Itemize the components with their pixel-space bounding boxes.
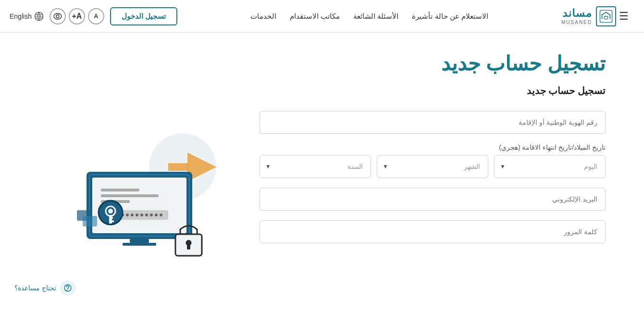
year-wrapper: السنة ▼ xyxy=(260,155,371,178)
svg-point-22 xyxy=(140,214,143,216)
date-label: تاريخ الميلاد/تاريخ انتهاء الاقامة (هجري… xyxy=(260,143,606,151)
password-input[interactable] xyxy=(260,220,606,243)
logo-box xyxy=(596,6,616,26)
day-select[interactable]: اليوم xyxy=(494,155,606,178)
language-toggle[interactable]: English xyxy=(10,12,44,21)
svg-rect-12 xyxy=(101,194,159,197)
svg-point-3 xyxy=(56,15,59,18)
svg-point-25 xyxy=(155,214,158,216)
logo-text: مساند xyxy=(562,7,592,19)
navbar-left: تسجيل الدخول A A+ English xyxy=(10,7,177,25)
svg-rect-1 xyxy=(605,16,608,19)
svg-rect-27 xyxy=(130,239,149,243)
svg-point-19 xyxy=(126,214,129,216)
navbar-center: الاستعلام عن حالة تأشيرة الأسئلة الشائعة… xyxy=(177,12,561,21)
svg-point-21 xyxy=(136,214,138,216)
svg-point-20 xyxy=(131,214,134,216)
svg-rect-37 xyxy=(109,217,113,219)
svg-point-23 xyxy=(145,214,148,216)
form-subtitle: تسجيل حساب جديد xyxy=(260,85,606,96)
svg-point-2 xyxy=(54,13,62,19)
month-wrapper: الشهر ▼ xyxy=(377,155,488,178)
registration-illustration xyxy=(48,114,240,268)
svg-rect-7 xyxy=(168,163,188,171)
nav-faq[interactable]: الأسئلة الشائعة xyxy=(353,12,398,21)
page-title: تسجيل حساب جديد xyxy=(260,52,606,75)
logo-text-area: مساند MUSANED xyxy=(561,7,592,25)
nav-recruitment[interactable]: مكاتب الاستقدام xyxy=(290,12,340,21)
svg-rect-28 xyxy=(123,243,156,246)
login-button[interactable]: تسجيل الدخول xyxy=(110,7,177,25)
navbar: ☰ مساند MUSANED الاستعلام عن حالة تأشيرة… xyxy=(0,0,644,33)
accessibility-buttons: A A+ xyxy=(50,8,104,24)
small-font-button[interactable]: A xyxy=(88,8,104,24)
svg-rect-31 xyxy=(187,245,190,250)
date-group: تاريخ الميلاد/تاريخ انتهاء الاقامة (هجري… xyxy=(260,143,606,178)
svg-point-34 xyxy=(108,209,113,214)
logo-area: مساند MUSANED xyxy=(561,6,616,26)
svg-rect-11 xyxy=(101,189,139,191)
svg-rect-39 xyxy=(83,216,97,227)
hamburger-icon[interactable]: ☰ xyxy=(619,10,629,23)
help-button[interactable]: تحتاج مساعدة؟ xyxy=(14,280,75,296)
nav-services[interactable]: الخدمات xyxy=(250,12,276,21)
language-label: English xyxy=(10,12,32,20)
form-section: تسجيل حساب جديد تسجيل حساب جديد تاريخ ال… xyxy=(260,47,615,310)
password-group xyxy=(260,220,606,243)
day-wrapper: اليوم ▼ xyxy=(494,155,606,178)
eye-accessibility-button[interactable] xyxy=(50,8,66,24)
national-id-input[interactable] xyxy=(260,111,606,134)
svg-rect-36 xyxy=(109,220,114,222)
help-icon xyxy=(60,280,75,296)
illustration-section xyxy=(29,47,260,310)
email-input[interactable] xyxy=(260,188,606,211)
help-label: تحتاج مساعدة؟ xyxy=(14,284,56,292)
svg-point-26 xyxy=(160,214,162,216)
logo-subtext: MUSANED xyxy=(561,20,592,25)
nav-visa-inquiry[interactable]: الاستعلام عن حالة تأشيرة xyxy=(412,12,488,21)
main-content: تسجيل حساب جديد تسجيل حساب جديد تاريخ ال… xyxy=(0,47,644,310)
national-id-group xyxy=(260,111,606,134)
svg-rect-35 xyxy=(109,215,112,224)
year-select[interactable]: السنة xyxy=(260,155,371,178)
svg-point-24 xyxy=(150,214,153,216)
navbar-right: ☰ مساند MUSANED xyxy=(561,6,634,26)
svg-rect-41 xyxy=(66,290,67,291)
email-group xyxy=(260,188,606,211)
large-font-button[interactable]: A+ xyxy=(69,8,85,24)
month-select[interactable]: الشهر xyxy=(377,155,488,178)
date-row: اليوم ▼ الشهر ▼ السنة ▼ xyxy=(260,155,606,178)
